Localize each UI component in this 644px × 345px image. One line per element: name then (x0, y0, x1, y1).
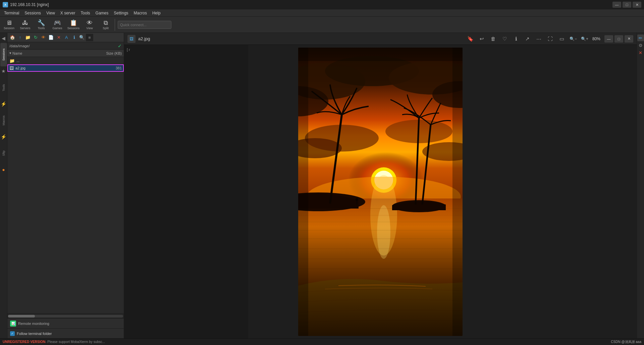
viewer-maximize-btn[interactable]: □ (614, 35, 623, 43)
menu-xserver[interactable]: X server (58, 10, 78, 16)
menu-help[interactable]: Help (150, 10, 163, 16)
viewer-titlebar: 🖼 a2.jpg 🔖 ↩ 🗑 ♡ ℹ ↗ ⋯ ⛶ ▭ 🔍− 🔍+ 80% — □… (124, 33, 637, 45)
viewer-heart-btn[interactable]: ♡ (500, 34, 510, 44)
viewer-minimize-btn[interactable]: — (604, 35, 613, 43)
split-icon: ⧉ (104, 20, 108, 26)
sidebar-item-sftp[interactable]: Sftp (0, 141, 7, 165)
toolbar-sessions[interactable]: 📋 Sessions (66, 18, 81, 32)
fp-info-btn[interactable]: ℹ (70, 34, 78, 41)
unregistered-label: UNREGISTERED VERSION (3, 340, 45, 344)
tools-icon: 🔧 (38, 20, 45, 26)
scrollbar-thumb[interactable] (8, 315, 35, 318)
fp-hidden-btn[interactable]: 👁 (40, 34, 47, 41)
terminal-bracket: [ r (127, 48, 130, 52)
terminal-area: [ r (124, 45, 248, 338)
file-panel-bottom: 📊 Remote monitoring ✓ Follow terminal fo… (7, 313, 124, 338)
toolbar-servers[interactable]: 🖧 Servers (17, 18, 33, 32)
column-name-header[interactable]: ▾ Name (9, 51, 95, 55)
toolbar-split[interactable]: ⧉ Split (98, 18, 113, 32)
column-size-header[interactable]: Size (KB) (95, 51, 122, 55)
menu-settings[interactable]: Settings (111, 10, 131, 16)
side-tabs: ◀ Sessions ★ Tools ⚡ Macros ⚡ Sftp ● (0, 33, 7, 338)
svg-point-16 (377, 205, 390, 259)
lightning2-icon: ⚡ (0, 133, 7, 140)
menu-games[interactable]: Games (93, 10, 111, 16)
viewer-delete-btn[interactable]: 🗑 (488, 34, 498, 44)
path-check-icon: ✓ (118, 43, 122, 49)
viewer-rotate-btn[interactable]: ↩ (477, 34, 487, 44)
fp-dark-btn[interactable]: ■ (86, 34, 93, 41)
file-panel: 🏠 ↑ 📁 ↻ 👁 📄 ✕ A ℹ 🔍 ■ /data/image/ ✓ ▾ N… (7, 33, 124, 338)
viewer-info-btn[interactable]: ℹ (511, 34, 521, 44)
star-icon[interactable]: ★ (0, 68, 7, 74)
minimize-button[interactable]: — (612, 2, 621, 8)
parent-dir-name: ... (16, 59, 95, 63)
sidebar-item-tools[interactable]: Tools (0, 76, 7, 99)
viewer-share-btn[interactable]: ↗ (523, 34, 533, 44)
viewer-zoom-in-btn[interactable]: 🔍+ (580, 34, 590, 44)
fp-upload-btn[interactable]: ↑ (16, 34, 24, 41)
svg-rect-33 (452, 48, 463, 336)
remote-monitor-icon: 📊 (10, 321, 16, 327)
menu-macros[interactable]: Macros (131, 10, 150, 16)
current-path: /data/image/ (9, 44, 30, 48)
toolbar-tools[interactable]: 🔧 Tools (34, 18, 49, 32)
toolbar-view[interactable]: 👁 View (82, 18, 97, 32)
horizontal-scrollbar[interactable] (7, 313, 124, 318)
view-icon: 👁 (87, 20, 93, 26)
zoom-level-label: 80% (592, 37, 600, 41)
rsb-brush-icon[interactable]: ✏ (637, 35, 644, 41)
rsb-close-icon[interactable]: ✕ (637, 49, 644, 56)
viewer-bookmark-btn[interactable]: 🔖 (466, 34, 476, 44)
viewer-filename: a2.jpg (138, 36, 466, 41)
viewer-fullscreen-btn[interactable]: ⛶ (545, 34, 555, 44)
tools-label: Tools (38, 26, 45, 30)
maximize-button[interactable]: □ (623, 2, 631, 8)
main-toolbar: 🖥 Session 🖧 Servers 🔧 Tools 🎮 Games 📋 Se… (0, 17, 644, 33)
viewer-fit-btn[interactable]: ▭ (557, 34, 567, 44)
scrollbar-track[interactable] (8, 315, 123, 318)
file-size-a2jpg: 381 (95, 66, 122, 70)
viewer-close-btn[interactable]: ✕ (625, 35, 633, 43)
toolbar-games[interactable]: 🎮 Games (50, 18, 65, 32)
fp-delete-btn[interactable]: ✕ (55, 34, 62, 41)
menu-terminal[interactable]: Terminal (1, 10, 22, 16)
sidebar-item-macros[interactable]: Macros (0, 109, 7, 132)
session-label: Session (4, 26, 14, 30)
close-button[interactable]: ✕ (633, 2, 641, 8)
menu-sessions[interactable]: Sessions (22, 10, 44, 16)
follow-terminal-label: Follow terminal folder (17, 332, 52, 336)
folder-icon: 📁 (9, 58, 15, 63)
menu-view[interactable]: View (44, 10, 58, 16)
menu-tools[interactable]: Tools (78, 10, 93, 16)
toolbar-session[interactable]: 🖥 Session (1, 18, 17, 32)
circle-icon: ● (0, 166, 7, 173)
servers-label: Servers (20, 26, 30, 30)
fp-text-btn[interactable]: A (63, 34, 70, 41)
fp-file-btn[interactable]: 📄 (47, 34, 55, 41)
viewer-more-btn[interactable]: ⋯ (534, 34, 544, 44)
file-item-parent[interactable]: 📁 ... (7, 57, 124, 64)
quick-connect-input[interactable] (118, 21, 171, 29)
remote-monitoring-button[interactable]: 📊 Remote monitoring (7, 318, 124, 328)
menu-bar: Terminal Sessions View X server Tools Ga… (0, 9, 644, 17)
fp-newfolder-btn[interactable]: 📁 (24, 34, 32, 41)
file-panel-toolbar: 🏠 ↑ 📁 ↻ 👁 📄 ✕ A ℹ 🔍 ■ (7, 33, 124, 42)
lightning-icon: ⚡ (0, 101, 7, 107)
servers-icon: 🖧 (22, 20, 28, 26)
file-item-a2jpg[interactable]: 🖼 a2.jpg 381 (7, 64, 124, 72)
fp-home-btn[interactable]: 🏠 (9, 34, 16, 41)
app-icon: X (3, 2, 8, 7)
rsb-settings-icon[interactable]: ⚙ (637, 42, 644, 49)
fp-refresh-btn[interactable]: ↻ (32, 34, 39, 41)
sidebar-collapse-icon[interactable]: ◀ (0, 35, 7, 42)
follow-terminal-checkbox[interactable]: ✓ (10, 331, 15, 336)
sidebar-item-sessions[interactable]: Sessions (0, 43, 7, 66)
svg-point-30 (356, 198, 358, 201)
viewer-zoom-out-btn[interactable]: 🔍− (568, 34, 578, 44)
fp-search-btn[interactable]: 🔍 (78, 34, 86, 41)
file-list-header: ▾ Name Size (KB) (7, 50, 124, 57)
status-bar: UNREGISTERED VERSION - Please support Mo… (0, 338, 644, 345)
svg-rect-32 (298, 48, 308, 336)
remote-monitoring-label: Remote monitoring (18, 322, 49, 326)
